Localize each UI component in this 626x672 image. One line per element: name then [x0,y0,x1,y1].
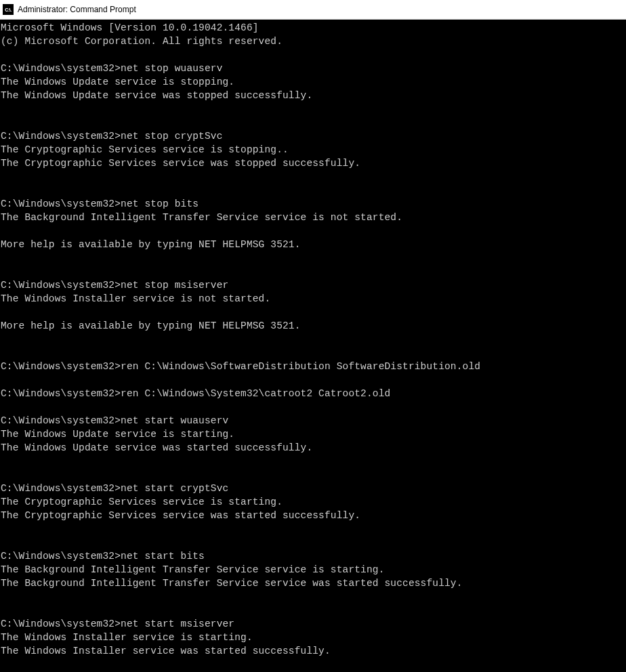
terminal-line: C:\Windows\system32>net stop wuauserv [1,62,626,75]
terminal-line: Microsoft Windows [Version 10.0.19042.14… [1,21,626,35]
terminal-line [1,604,626,617]
terminal-line [1,400,626,414]
terminal-line [1,468,626,482]
terminal-line: C:\Windows\system32>net stop msiserver [1,278,626,292]
terminal-line: The Cryptographic Services service was s… [1,509,626,522]
terminal-output[interactable]: Microsoft Windows [Version 10.0.19042.14… [0,20,626,658]
terminal-line: The Windows Installer service was starte… [1,644,626,658]
terminal-line [1,184,626,197]
terminal-line: C:\Windows\system32>net start cryptSvc [1,482,626,495]
terminal-line [1,102,626,116]
terminal-line [1,333,626,346]
terminal-line [1,170,626,184]
terminal-line [1,536,626,549]
terminal-line: The Windows Update service is starting. [1,427,626,441]
terminal-line [1,251,626,265]
terminal-line: C:\Windows\system32>net start wuauserv [1,414,626,427]
title-bar[interactable]: C:\. Administrator: Command Prompt [0,0,626,20]
terminal-line: C:\Windows\system32>ren C:\Windows\Softw… [1,360,626,373]
terminal-line: The Windows Installer service is startin… [1,631,626,644]
terminal-line: C:\Windows\system32>ren C:\Windows\Syste… [1,387,626,400]
cmd-icon: C:\. [3,4,14,15]
terminal-line: The Windows Update service was stopped s… [1,89,626,102]
terminal-line: C:\Windows\system32>net stop bits [1,197,626,211]
terminal-line [1,306,626,319]
terminal-line: The Background Intelligent Transfer Serv… [1,563,626,576]
terminal-line: The Cryptographic Services service was s… [1,156,626,170]
terminal-line [1,116,626,129]
terminal-line: The Windows Update service is stopping. [1,75,626,89]
terminal-line [1,590,626,604]
terminal-line [1,224,626,238]
terminal-line [1,48,626,62]
window-title: Administrator: Command Prompt [18,5,136,14]
terminal-line [1,522,626,536]
terminal-line: C:\Windows\system32>net start bits [1,549,626,563]
terminal-line: The Windows Installer service is not sta… [1,292,626,306]
terminal-line [1,373,626,387]
terminal-line: C:\Windows\system32>net stop cryptSvc [1,129,626,143]
terminal-line: (c) Microsoft Corporation. All rights re… [1,35,626,48]
terminal-line: C:\Windows\system32>net start msiserver [1,617,626,631]
terminal-line: The Windows Update service was started s… [1,441,626,455]
terminal-line: The Background Intelligent Transfer Serv… [1,576,626,590]
terminal-line [1,265,626,278]
terminal-line: More help is available by typing NET HEL… [1,319,626,333]
terminal-line [1,346,626,360]
terminal-line [1,455,626,468]
terminal-line: More help is available by typing NET HEL… [1,238,626,251]
terminal-line: The Cryptographic Services service is st… [1,495,626,509]
terminal-line: The Background Intelligent Transfer Serv… [1,211,626,224]
terminal-line: The Cryptographic Services service is st… [1,143,626,156]
